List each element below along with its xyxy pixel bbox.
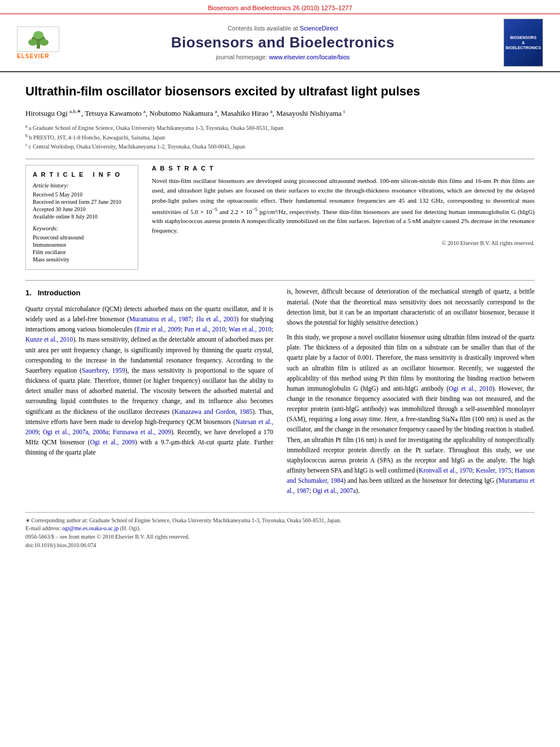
ref-liu[interactable]: 1lu et al., 2003: [195, 316, 236, 322]
sciencedirect-link[interactable]: ScienceDirect: [300, 25, 338, 32]
ref-emir[interactable]: Emir et al., 2009: [137, 326, 181, 333]
intro-para-1: Quartz crystal microbalance (QCM) detect…: [25, 304, 273, 457]
journal-homepage: journal homepage: www.elsevier.com/locat…: [62, 54, 504, 60]
email-link[interactable]: ogi@me.es.osaka-u.ac.jp: [62, 525, 119, 531]
ref-furusawa[interactable]: Furusawa et al., 2009: [113, 429, 171, 435]
homepage-link[interactable]: www.elsevier.com/locate/bios: [269, 54, 350, 60]
info-abstract-section: A R T I C L E I N F O Article history: R…: [25, 165, 535, 270]
contents-label: Contents lists available at: [228, 25, 298, 32]
ref-ogi-2007a-b[interactable]: Ogi et al., 2007a: [313, 487, 356, 494]
received-date: Received 5 May 2010: [33, 191, 131, 198]
elsevier-logo-area: ELSEVIER: [17, 27, 62, 59]
accepted-date: Accepted 30 June 2010: [33, 206, 131, 212]
ref-ogi-2007a[interactable]: Ogi et al., 2007a, 2008a: [43, 429, 108, 435]
ref-muramatsu[interactable]: Muramatsu et al., 1987: [129, 316, 191, 322]
authors-line: Hirotsugu Ogi a,b,∗, Tetsuya Kawamoto a,…: [25, 108, 535, 119]
copyright-line: © 2010 Elsevier B.V. All rights reserved…: [152, 240, 535, 246]
main-columns: 1. Introduction Quartz crystal microbala…: [25, 286, 535, 500]
journal-header: ELSEVIER Contents lists available at Sci…: [0, 14, 560, 72]
col-right: is, however, difficult because of deteri…: [287, 286, 535, 500]
article-info-box: A R T I C L E I N F O Article history: R…: [25, 165, 138, 270]
ref-wan[interactable]: Wan et al., 2010: [229, 326, 272, 333]
keyword-4: Mass sensitivity: [33, 256, 131, 263]
ref-ogi-2010[interactable]: Ogi et al., 2010: [449, 385, 492, 392]
doi-line: doi:10.1016/j.bios.2010.06.074: [25, 542, 535, 548]
section1-title: 1. Introduction: [25, 287, 273, 299]
affiliations: a a Graduate School of Engine Science, O…: [25, 123, 535, 151]
right-para-2: In this study, we propose a novel oscill…: [287, 332, 535, 496]
authors-text: Hirotsugu Ogi a,b,∗, Tetsuya Kawamoto a,…: [25, 109, 345, 117]
revised-date: Received in revised form 27 June 2010: [33, 199, 131, 205]
ref-kunze[interactable]: Kunze et al., 2010: [25, 336, 73, 343]
affiliation-b: b b PRESTO, JST, 4-1-8 Honcho, Kawaguchi…: [25, 133, 535, 142]
history-title: Article history:: [33, 182, 131, 189]
ref-kessler[interactable]: Kessler, 1975: [476, 467, 511, 474]
footnotes: ∗ Corresponding author at: Graduate Scho…: [25, 512, 535, 548]
footnote-1: ∗ Corresponding author at: Graduate Scho…: [25, 517, 535, 523]
abstract-text: Novel thin-film oscillator biosensors ar…: [152, 176, 535, 235]
svg-rect-1: [37, 44, 40, 49]
homepage-label: journal homepage:: [216, 54, 267, 60]
page: Biosensors and Bioelectronics 26 (2010) …: [0, 0, 560, 747]
ref-sauerbrey[interactable]: Sauerbrey, 1959: [82, 367, 125, 374]
keywords-title: Keywords:: [33, 225, 131, 231]
article-info-heading: A R T I C L E I N F O: [33, 171, 131, 178]
citation-text: Biosensors and Bioelectronics 26 (2010) …: [208, 5, 352, 11]
article-body: Ultrathin-film oscillator biosensors exc…: [0, 72, 560, 560]
divider-2: [25, 280, 535, 281]
svg-point-5: [33, 31, 43, 39]
available-date: Available online 8 July 2010: [33, 213, 131, 220]
article-title: Ultrathin-film oscillator biosensors exc…: [25, 84, 535, 100]
affiliation-c: c c Central Workshop, Osaka University, …: [25, 142, 535, 151]
journal-cover-text: BIOSENSORS&BIOELECTRONICS: [505, 34, 542, 51]
ref-ogi-2009[interactable]: Ogi et al., 2009: [90, 439, 135, 445]
abstract-heading: A B S T R A C T: [152, 165, 535, 172]
contents-line: Contents lists available at ScienceDirec…: [62, 25, 504, 32]
ref-pan[interactable]: Pan et al., 2010: [184, 326, 225, 333]
svg-point-4: [40, 39, 49, 46]
journal-title: Biosensors and Bioelectronics: [62, 34, 504, 51]
divider-1: [25, 159, 535, 159]
ref-kanazawa[interactable]: Kanazawa and Gordon, 1985: [174, 408, 252, 415]
journal-cover: BIOSENSORS&BIOELECTRONICS: [504, 19, 543, 67]
keywords-section: Keywords: Picosecond ultrasound Immunose…: [33, 225, 131, 263]
keyword-2: Immunosensor: [33, 242, 131, 248]
svg-point-3: [28, 39, 37, 46]
elsevier-tree-icon: [21, 28, 55, 50]
footnote-2: E-mail address: ogi@me.es.osaka-u.ac.jp …: [25, 525, 535, 531]
affiliation-a: a a Graduate School of Engine Science, O…: [25, 123, 535, 132]
abstract-section: A B S T R A C T Novel thin-film oscillat…: [152, 165, 535, 270]
elsevier-label: ELSEVIER: [17, 53, 49, 59]
right-para-1: is, however, difficult because of deteri…: [287, 286, 535, 327]
citation-bar: Biosensors and Bioelectronics 26 (2010) …: [0, 0, 560, 14]
keyword-1: Picosecond ultrasound: [33, 234, 131, 241]
ref-kronvall[interactable]: Kronvall et al., 1970: [419, 467, 473, 474]
journal-header-center: Contents lists available at ScienceDirec…: [62, 25, 504, 60]
keyword-3: Film oscillator: [33, 249, 131, 255]
elsevier-logo-img: [17, 27, 59, 52]
issn-line: 0956-5663/$ – see front matter © 2010 El…: [25, 534, 535, 540]
col-left: 1. Introduction Quartz crystal microbala…: [25, 286, 273, 500]
